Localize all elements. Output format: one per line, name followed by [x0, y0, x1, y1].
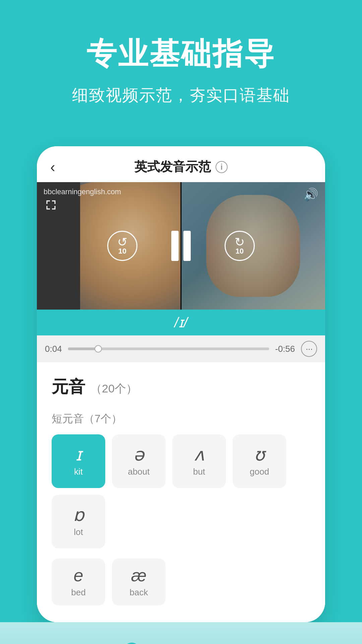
phoneme-card-good[interactable]: ʊ good	[233, 434, 286, 488]
phoneme-grid-row2: e bed æ back	[52, 558, 310, 605]
phoneme-symbol-back: æ	[131, 567, 146, 584]
phoneme-card-lot[interactable]: ɒ lot	[52, 495, 105, 548]
phoneme-word-kit: kit	[74, 467, 83, 477]
pause-button[interactable]	[164, 227, 198, 264]
phoneme-word-lot: lot	[74, 527, 83, 537]
volume-icon: 🔊	[303, 187, 318, 201]
section-title: 元音	[52, 376, 85, 398]
phoneme-card-back[interactable]: æ back	[112, 558, 166, 605]
sub-section-label: 短元音（7个）	[52, 412, 310, 426]
pause-bar-left	[171, 231, 179, 261]
content-section: 元音 （20个） 短元音（7个） ɪ kit ə about ʌ but ʊ g…	[37, 362, 325, 622]
pause-bar-right	[183, 231, 191, 261]
progress-fill	[68, 347, 98, 350]
section-count: （20个）	[90, 381, 137, 396]
video-section: bbclearningenglish.com ↺ 10	[37, 182, 325, 362]
phoneme-card-bed[interactable]: e bed	[52, 558, 105, 605]
svg-point-1	[124, 643, 140, 644]
volume-button[interactable]: 🔊	[303, 187, 318, 202]
phone-container: ‹ 英式发音示范 i bbclearningenglish.com	[37, 146, 325, 622]
phoneme-grid-row1: ɪ kit ə about ʌ but ʊ good ɒ lot	[52, 434, 310, 548]
phoneme-word-good: good	[250, 467, 269, 477]
phoneme-symbol-about: ə	[133, 446, 144, 463]
phoneme-card-about[interactable]: ə about	[112, 434, 166, 488]
forward-arrow-icon: ↺	[235, 236, 245, 248]
top-section: 专业基础指导 细致视频示范，夯实口语基础	[0, 0, 362, 126]
forward-button[interactable]: ↺ 10	[225, 231, 255, 261]
phoneme-card-but[interactable]: ʌ but	[172, 434, 226, 488]
rewind-seconds: 10	[118, 247, 126, 256]
info-icon-label: i	[221, 162, 223, 172]
mascot-icon	[117, 639, 147, 644]
phoneme-symbol-lot: ɒ	[73, 506, 84, 524]
video-watermark: bbclearningenglish.com	[44, 187, 121, 196]
progress-bar[interactable]	[68, 347, 269, 350]
main-title: 专业基础指导	[86, 34, 276, 74]
more-button[interactable]: ···	[301, 341, 317, 357]
rewind-arrow-icon: ↺	[117, 236, 127, 248]
expand-icon	[45, 199, 57, 211]
phoneme-symbol-but: ʌ	[194, 446, 204, 463]
phoneme-card-kit[interactable]: ɪ kit	[52, 434, 105, 488]
rewind-button[interactable]: ↺ 10	[107, 231, 137, 261]
progress-thumb	[95, 345, 102, 353]
time-current: 0:04	[45, 344, 62, 354]
phoneme-word-back: back	[130, 587, 148, 598]
phone-header: ‹ 英式发音示范 i	[37, 146, 325, 182]
phoneme-word-about: about	[128, 467, 149, 477]
phoneme-symbol-kit: ɪ	[75, 446, 82, 463]
brand-mascot	[117, 639, 150, 644]
video-content: ↺ 10 ↺ 10 🔊	[37, 182, 325, 310]
time-remaining: -0:56	[275, 344, 295, 354]
phone-title-container: 英式发音示范 i	[134, 158, 228, 175]
progress-section: 0:04 -0:56 ···	[37, 335, 325, 362]
phone-screen-title: 英式发音示范	[134, 158, 211, 175]
sub-title: 细致视频示范，夯实口语基础	[72, 85, 290, 106]
video-controls-overlay: ↺ 10 ↺ 10	[37, 182, 325, 310]
phoneme-label: /ɪ/	[37, 310, 325, 335]
expand-button[interactable]	[45, 199, 57, 214]
phoneme-symbol-bed: e	[74, 567, 83, 584]
back-button[interactable]: ‹	[50, 159, 55, 175]
info-icon[interactable]: i	[216, 161, 228, 173]
phoneme-word-but: but	[193, 467, 205, 477]
bottom-branding: 炭炭练口语	[0, 622, 362, 644]
forward-seconds: 10	[236, 247, 244, 256]
section-header: 元音 （20个）	[52, 376, 310, 398]
phoneme-word-bed: bed	[71, 587, 85, 598]
phoneme-symbol-good: ʊ	[254, 446, 265, 463]
